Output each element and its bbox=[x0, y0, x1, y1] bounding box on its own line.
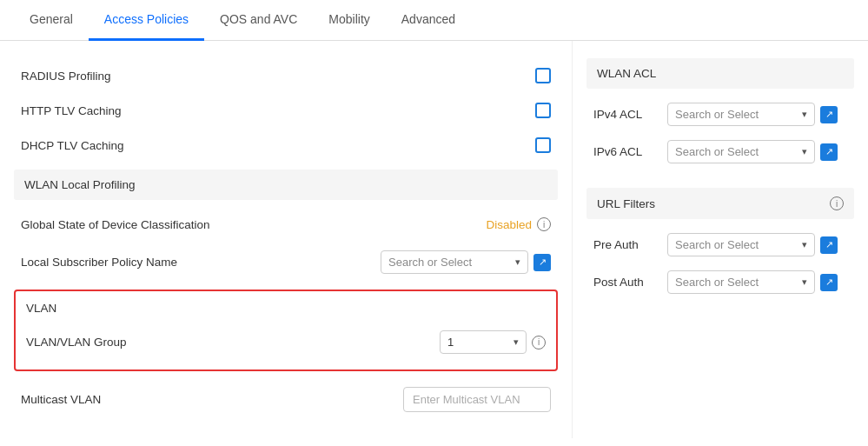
global-state-label: Global State of Device Classification bbox=[21, 218, 486, 231]
dhcp-tlv-row: DHCP TLV Caching bbox=[21, 128, 551, 163]
post-auth-control: Search or Select ▾ ↗ bbox=[667, 270, 838, 294]
post-auth-row: Post Auth Search or Select ▾ ↗ bbox=[593, 263, 847, 301]
ipv4-acl-select[interactable]: Search or Select ▾ bbox=[667, 103, 815, 126]
global-state-row: Global State of Device Classification Di… bbox=[21, 207, 551, 242]
radius-profiling-control bbox=[535, 68, 551, 83]
tab-bar: General Access Policies QOS and AVC Mobi… bbox=[0, 0, 868, 41]
radius-profiling-row: RADIUS Profiling bbox=[21, 58, 551, 93]
left-panel: RADIUS Profiling HTTP TLV Caching DHCP T… bbox=[0, 41, 573, 438]
pre-auth-row: Pre Auth Search or Select ▾ ↗ bbox=[593, 226, 847, 263]
radius-profiling-label: RADIUS Profiling bbox=[21, 70, 535, 83]
wlan-acl-title: WLAN ACL bbox=[597, 67, 656, 80]
pre-auth-label: Pre Auth bbox=[593, 238, 667, 251]
local-subscriber-row: Local Subscriber Policy Name Search or S… bbox=[21, 242, 551, 283]
ipv4-acl-ext-icon[interactable]: ↗ bbox=[820, 106, 838, 123]
ipv4-acl-row: IPv4 ACL Search or Select ▾ ↗ bbox=[593, 96, 847, 133]
vlan-group-info-icon[interactable]: i bbox=[532, 336, 546, 349]
global-state-control: Disabled i bbox=[486, 217, 551, 231]
ipv6-acl-label: IPv6 ACL bbox=[593, 145, 667, 158]
ipv6-acl-placeholder: Search or Select bbox=[675, 145, 759, 158]
vlan-group-row: VLAN/VLAN Group 1 ▾ i bbox=[26, 322, 546, 363]
local-subscriber-control: Search or Select ▾ ↗ bbox=[381, 250, 551, 274]
right-panel: WLAN ACL IPv4 ACL Search or Select ▾ ↗ I… bbox=[573, 41, 868, 438]
local-subscriber-arrow-icon: ▾ bbox=[515, 256, 520, 268]
radius-profiling-checkbox[interactable] bbox=[535, 68, 551, 83]
vlan-group-control: 1 ▾ i bbox=[440, 330, 546, 354]
post-auth-ext-icon[interactable]: ↗ bbox=[820, 274, 838, 291]
ipv4-acl-control: Search or Select ▾ ↗ bbox=[667, 103, 838, 126]
vlan-section: VLAN VLAN/VLAN Group 1 ▾ i bbox=[14, 290, 558, 371]
local-subscriber-select[interactable]: Search or Select ▾ bbox=[381, 250, 528, 274]
vlan-group-label: VLAN/VLAN Group bbox=[26, 336, 440, 349]
url-filters-header: URL Filters i bbox=[586, 188, 854, 219]
vlan-group-value: 1 bbox=[447, 336, 454, 349]
tab-general[interactable]: General bbox=[14, 0, 89, 41]
vlan-section-title: VLAN bbox=[26, 298, 546, 322]
ipv6-acl-select[interactable]: Search or Select ▾ bbox=[667, 140, 815, 163]
pre-auth-select[interactable]: Search or Select ▾ bbox=[667, 233, 815, 256]
ipv6-acl-row: IPv6 ACL Search or Select ▾ ↗ bbox=[593, 133, 847, 170]
http-tlv-label: HTTP TLV Caching bbox=[21, 104, 535, 117]
tab-access-policies[interactable]: Access Policies bbox=[89, 0, 204, 41]
post-auth-select[interactable]: Search or Select ▾ bbox=[667, 270, 815, 294]
pre-auth-ext-icon[interactable]: ↗ bbox=[820, 236, 838, 254]
ipv6-acl-arrow-icon: ▾ bbox=[802, 146, 807, 157]
ipv4-acl-label: IPv4 ACL bbox=[593, 108, 667, 121]
tab-qos-avc[interactable]: QOS and AVC bbox=[204, 0, 313, 41]
dhcp-tlv-label: DHCP TLV Caching bbox=[21, 139, 535, 152]
dhcp-tlv-checkbox[interactable] bbox=[535, 137, 551, 153]
dhcp-tlv-control bbox=[535, 137, 551, 153]
global-state-info-icon[interactable]: i bbox=[537, 217, 551, 231]
local-subscriber-ext-icon[interactable]: ↗ bbox=[533, 254, 551, 271]
http-tlv-checkbox[interactable] bbox=[535, 103, 551, 118]
http-tlv-row: HTTP TLV Caching bbox=[21, 93, 551, 128]
url-filters-info-icon[interactable]: i bbox=[830, 196, 844, 210]
wlan-acl-header: WLAN ACL bbox=[586, 58, 854, 89]
multicast-vlan-row: Multicast VLAN bbox=[21, 378, 551, 421]
ipv4-acl-arrow-icon: ▾ bbox=[802, 109, 807, 120]
pre-auth-placeholder: Search or Select bbox=[675, 238, 759, 251]
multicast-vlan-label: Multicast VLAN bbox=[21, 393, 403, 406]
pre-auth-arrow-icon: ▾ bbox=[802, 239, 807, 250]
post-auth-label: Post Auth bbox=[593, 276, 667, 289]
local-subscriber-label: Local Subscriber Policy Name bbox=[21, 256, 381, 269]
ipv6-acl-ext-icon[interactable]: ↗ bbox=[820, 143, 838, 161]
vlan-group-arrow-icon: ▾ bbox=[514, 336, 519, 348]
multicast-vlan-control bbox=[403, 387, 551, 412]
tab-advanced[interactable]: Advanced bbox=[386, 0, 471, 41]
url-filters-title: URL Filters bbox=[597, 197, 655, 210]
multicast-vlan-input[interactable] bbox=[403, 387, 551, 412]
tab-mobility[interactable]: Mobility bbox=[313, 0, 385, 41]
wlan-local-profiling-header: WLAN Local Profiling bbox=[14, 170, 558, 200]
vlan-group-select[interactable]: 1 ▾ bbox=[440, 330, 527, 354]
main-content: RADIUS Profiling HTTP TLV Caching DHCP T… bbox=[0, 41, 868, 438]
ipv6-acl-control: Search or Select ▾ ↗ bbox=[667, 140, 838, 163]
global-state-value: Disabled bbox=[486, 218, 532, 231]
http-tlv-control bbox=[535, 103, 551, 118]
ipv4-acl-placeholder: Search or Select bbox=[675, 108, 759, 121]
post-auth-placeholder: Search or Select bbox=[675, 276, 759, 289]
post-auth-arrow-icon: ▾ bbox=[802, 276, 807, 288]
local-subscriber-placeholder: Search or Select bbox=[388, 256, 472, 269]
pre-auth-control: Search or Select ▾ ↗ bbox=[667, 233, 838, 256]
